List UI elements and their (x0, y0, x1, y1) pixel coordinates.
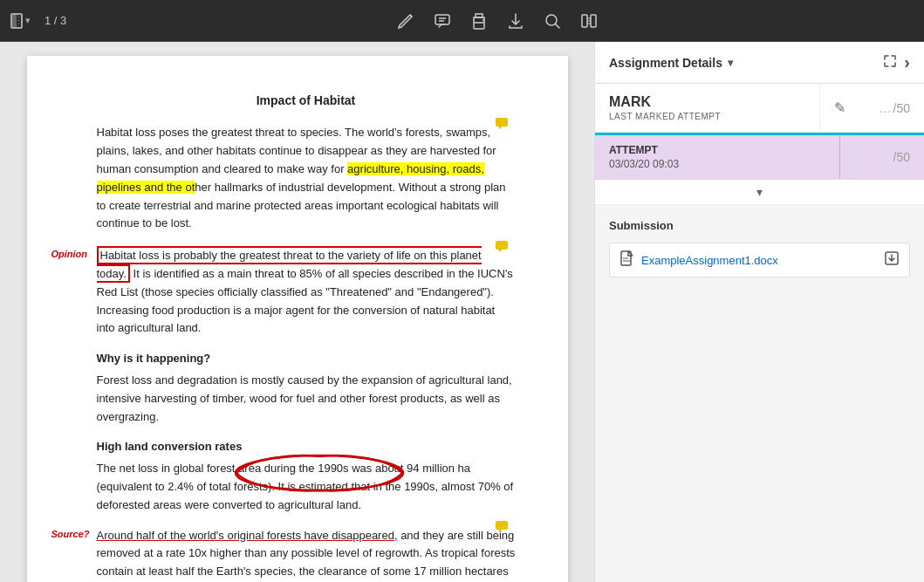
comment-bubble-2[interactable] (495, 240, 509, 259)
sidebar-toggle-button[interactable]: ▾ (10, 13, 31, 29)
mark-edit-icon[interactable]: ✎ (834, 99, 845, 116)
svg-rect-0 (435, 15, 449, 24)
mark-row: MARK LAST MARKED ATTEMPT ✎ … /50 (595, 84, 924, 133)
attempt-score-max: 50 (896, 150, 910, 164)
page-count: 1 / 3 (44, 14, 66, 27)
heading-high-land: High land conversion rates (97, 438, 516, 456)
expand-panel-icon[interactable] (883, 54, 897, 71)
comment-bubble-1[interactable] (495, 117, 509, 136)
file-link[interactable]: ExampleAssignment1.docx (641, 254, 778, 267)
svg-line-7 (555, 24, 559, 28)
assignment-details-chevron[interactable]: ▾ (728, 57, 733, 69)
file-doc-icon (620, 250, 634, 270)
svg-rect-3 (474, 23, 484, 29)
heading-why: Why is it happening? (97, 350, 516, 368)
attempt-date: 03/03/20 09:03 (609, 158, 825, 170)
mark-label: MARK LAST MARKED ATTEMPT (595, 84, 819, 132)
submission-title: Submission (609, 219, 910, 232)
panel-next-icon[interactable]: › (904, 52, 910, 72)
toolbar: ▾ 1 / 3 (0, 0, 924, 42)
document-page: Impact of Habitat Habitat loss poses the… (27, 56, 568, 582)
paragraph-5: Source? Around half of the world's origi… (97, 527, 516, 582)
mark-title: MARK (609, 94, 805, 110)
paragraph-2: Opinion Habitat loss is probably the gre… (97, 247, 516, 338)
panel-header-right: › (883, 52, 910, 72)
file-download-icon[interactable] (885, 251, 899, 269)
paragraph-1: Habitat loss poses the greatest threat t… (97, 124, 516, 233)
svg-rect-8 (582, 15, 587, 27)
attempt-section: ATTEMPT 03/03/20 09:03 / 50 (595, 135, 924, 180)
attempt-label: ATTEMPT 03/03/20 09:03 (595, 135, 839, 179)
attempt-score-input[interactable] (854, 150, 893, 164)
document-viewer[interactable]: Impact of Habitat Habitat loss poses the… (0, 42, 594, 582)
comment-bubble-3[interactable] (495, 520, 509, 539)
svg-rect-4 (476, 14, 483, 17)
mark-score-dots: … (880, 101, 892, 115)
svg-rect-16 (496, 521, 508, 530)
mark-section: MARK LAST MARKED ATTEMPT ✎ … /50 (595, 84, 924, 135)
attempt-title: ATTEMPT (609, 144, 825, 156)
toolbar-center (80, 11, 914, 31)
expand-chevron: ▾ (756, 185, 763, 199)
svg-rect-13 (496, 118, 508, 127)
attempt-row: ATTEMPT 03/03/20 09:03 / 50 (595, 135, 924, 179)
svg-rect-9 (591, 15, 596, 27)
search-icon[interactable] (543, 11, 562, 31)
submission-section: Submission ExampleAssignment1.docx (595, 205, 924, 291)
panel-header-title: Assignment Details ▾ (609, 56, 733, 70)
right-panel: Assignment Details ▾ › MARK LAST MARKED … (594, 42, 924, 582)
submission-file: ExampleAssignment1.docx (609, 243, 910, 277)
mark-score-display: … /50 (880, 101, 910, 115)
mark-subtitle: LAST MARKED ATTEMPT (609, 112, 805, 121)
annotate-icon[interactable] (396, 11, 415, 31)
columns-icon[interactable] (579, 11, 599, 31)
source-label: Source? (51, 527, 90, 543)
opinion-label: Opinion (51, 247, 88, 263)
mark-score-max: /50 (893, 101, 910, 115)
comment-icon[interactable] (433, 11, 452, 31)
file-left: ExampleAssignment1.docx (620, 250, 778, 270)
toolbar-left: ▾ 1 / 3 (10, 13, 66, 29)
download-doc-icon[interactable] (506, 11, 525, 31)
paragraph-3: Why is it happening? Forest loss and deg… (97, 350, 516, 426)
mark-score: ✎ … /50 (819, 84, 924, 132)
paragraph-4: High land conversion rates The net loss … (97, 438, 516, 514)
document-title: Impact of Habitat (97, 91, 516, 110)
underline-text: Around half of the world's original fore… (97, 529, 398, 542)
panel-header: Assignment Details ▾ › (595, 42, 924, 84)
svg-point-5 (483, 19, 484, 21)
svg-rect-14 (496, 241, 508, 250)
main-area: Impact of Habitat Habitat loss poses the… (0, 42, 924, 582)
expand-row[interactable]: ▾ (595, 180, 924, 205)
print-icon[interactable] (469, 11, 489, 31)
attempt-score: / 50 (839, 135, 924, 179)
